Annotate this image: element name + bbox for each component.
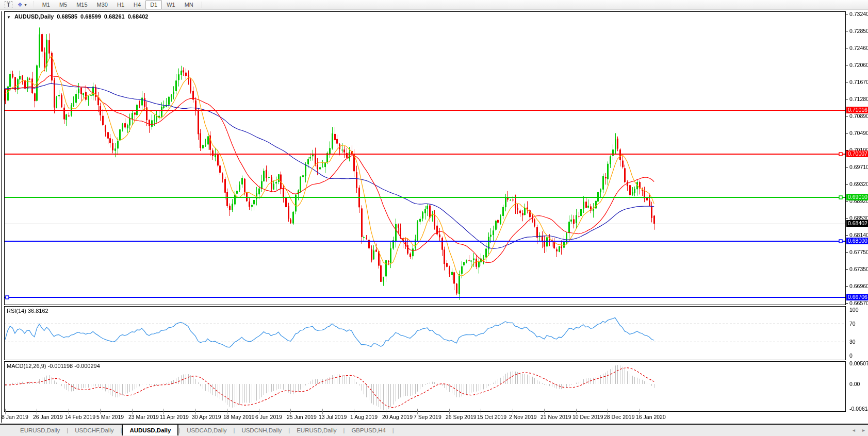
chart-tab-bar: EURUSD,Daily|USDCHF,Daily|AUDUSD,Daily|U… [0, 424, 868, 436]
chart-tabs: EURUSD,Daily|USDCHF,Daily|AUDUSD,Daily|U… [13, 426, 394, 435]
chart-tab-usdcnh-daily[interactable]: USDCNH,Daily [235, 426, 288, 435]
timeframe-button-m5[interactable]: M5 [55, 0, 72, 9]
chart-tab-eurusd-daily[interactable]: EURUSD,Daily [13, 426, 67, 435]
chart-tab-eurusd-daily[interactable]: EURUSD,Daily [290, 426, 343, 435]
tab-scroll-right-icon[interactable]: ▸ [862, 427, 865, 433]
chart-canvas[interactable] [0, 0, 868, 436]
timeframe-button-h1[interactable]: H1 [112, 0, 129, 9]
timeframe-button-mn[interactable]: MN [180, 0, 198, 9]
styler-icon: ❖ [18, 2, 23, 8]
chart-tab-usdcad-daily[interactable]: USDCAD,Daily [180, 426, 233, 435]
chevron-down-icon: ▾ [25, 3, 27, 7]
chart-tab-usdchf-daily[interactable]: USDCHF,Daily [68, 426, 120, 435]
chart-tab-audusd-daily[interactable]: AUDUSD,Daily [122, 424, 178, 435]
timeframe-button-w1[interactable]: W1 [162, 0, 180, 9]
tab-divider: | [392, 427, 394, 433]
timeframe-button-m15[interactable]: M15 [72, 0, 92, 9]
timeframe-button-m1[interactable]: M1 [38, 0, 55, 9]
timeframe-button-d1[interactable]: D1 [145, 0, 162, 9]
top-toolbar: T ❖ ▾ M1M5M15M30H1H4D1W1MN [0, 0, 868, 10]
toolbar-separator [202, 2, 202, 8]
tab-scroll-arrows: ◂ ▸ [853, 427, 865, 433]
timeframe-button-h4[interactable]: H4 [129, 0, 145, 9]
tab-scroll-left-icon[interactable]: ◂ [853, 427, 855, 433]
timeframe-button-group: M1M5M15M30H1H4D1W1MN [38, 0, 198, 9]
styler-button[interactable]: ❖ ▾ [18, 2, 27, 8]
toolbar-separator [34, 2, 34, 8]
timeframe-button-m30[interactable]: M30 [92, 0, 112, 9]
mt4-chart-window: { "toolbar": { "text_tool": "T", "styler… [0, 0, 868, 436]
text-tool-icon[interactable]: T [5, 1, 12, 8]
chart-tab-gbpusd-h4[interactable]: GBPUSD,H4 [345, 426, 392, 435]
